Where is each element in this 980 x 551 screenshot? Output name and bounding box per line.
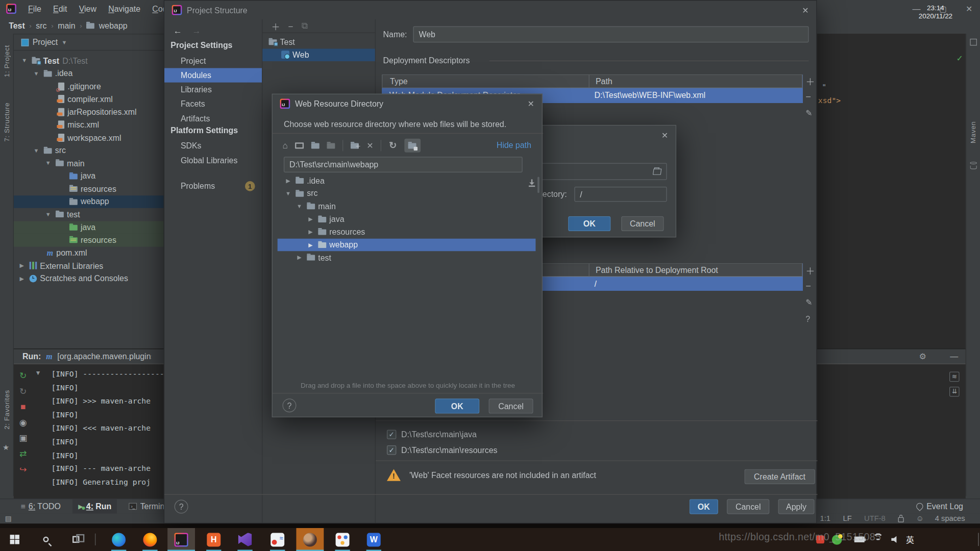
- remove-icon[interactable]: −: [288, 21, 293, 31]
- lock-icon[interactable]: [898, 517, 903, 522]
- close-icon[interactable]: ✕: [662, 130, 668, 139]
- sidebar-item-problems[interactable]: Problems 1: [164, 179, 262, 193]
- bookmark-icon[interactable]: [970, 39, 976, 45]
- chevron-right-icon[interactable]: ▶: [284, 178, 292, 184]
- help-button[interactable]: ?: [175, 500, 188, 514]
- chevron-down-icon[interactable]: ▼: [32, 70, 40, 77]
- help-icon[interactable]: ?: [805, 314, 810, 323]
- chevron-down-icon[interactable]: ▼: [20, 58, 29, 64]
- ok-button[interactable]: OK: [690, 499, 718, 514]
- chevron-down-icon[interactable]: ▼: [284, 190, 292, 196]
- import-icon[interactable]: ⇄: [19, 448, 27, 459]
- rerun-icon[interactable]: ↻: [19, 370, 27, 381]
- tree-item-root[interactable]: ▼ Test D:\Test: [14, 55, 164, 67]
- run-configuration-title[interactable]: [org.apache.maven.plugins:m: [57, 352, 151, 361]
- chooser-titlebar[interactable]: Web Resource Directory ✕: [273, 94, 542, 113]
- inspection-ok-icon[interactable]: ✓: [956, 54, 963, 63]
- breadcrumb-webapp[interactable]: webapp: [99, 21, 128, 30]
- chevron-down-icon[interactable]: ▼: [295, 203, 304, 209]
- ok-button[interactable]: OK: [435, 398, 479, 413]
- taskbar-visual-studio[interactable]: [233, 528, 258, 551]
- task-view-button[interactable]: [64, 528, 88, 551]
- close-icon[interactable]: ✕: [528, 99, 534, 108]
- filter-icon[interactable]: ◉: [19, 417, 27, 428]
- apply-button[interactable]: Apply: [778, 499, 814, 514]
- sidebar-item-global-libraries[interactable]: Global Libraries: [164, 153, 262, 167]
- project-folder-icon[interactable]: [311, 143, 320, 148]
- dd-col-type[interactable]: Type: [382, 77, 589, 86]
- hector-icon[interactable]: ☺: [916, 514, 924, 523]
- chevron-right-icon[interactable]: ▶: [17, 276, 26, 282]
- cancel-button[interactable]: Cancel: [727, 499, 769, 514]
- line-separator[interactable]: LF: [843, 514, 851, 523]
- tree-item-webapp-selected[interactable]: ▶ webapp: [278, 238, 536, 251]
- sidebar-item-libraries[interactable]: Libraries: [164, 83, 262, 97]
- dd-col-path[interactable]: Path: [589, 74, 612, 88]
- indent-setting[interactable]: 4 spaces: [935, 514, 965, 523]
- tree-item-pom[interactable]: m pom.xml: [14, 246, 164, 259]
- tool-stripe-favorites[interactable]: 2: Favorites: [3, 390, 11, 431]
- close-icon[interactable]: ✕: [802, 5, 808, 14]
- edit-pencil-icon[interactable]: ✎: [805, 108, 812, 117]
- cancel-button[interactable]: Cancel: [489, 398, 533, 413]
- relative-path-input[interactable]: /: [574, 187, 667, 202]
- add-icon[interactable]: ＋: [805, 74, 815, 88]
- tree-item-webapp[interactable]: webapp: [14, 195, 164, 208]
- toolwindow-toggle-icon[interactable]: ▤: [5, 514, 12, 522]
- show-hidden-toggle[interactable]: [404, 139, 421, 153]
- edit-pencil-icon[interactable]: ✎: [805, 297, 812, 307]
- snapshot-icon[interactable]: ▣: [19, 433, 27, 443]
- checkbox-checked[interactable]: ✓: [387, 430, 396, 439]
- taskbar-app-active[interactable]: [296, 528, 324, 551]
- database-icon[interactable]: [970, 162, 976, 164]
- file-encoding[interactable]: UTF-8: [864, 514, 886, 523]
- show-desktop-button[interactable]: [978, 533, 978, 546]
- search-button[interactable]: [34, 528, 58, 551]
- chevron-right-icon[interactable]: ▶: [306, 242, 315, 248]
- copy-icon[interactable]: ⧉: [301, 20, 307, 31]
- menu-edit[interactable]: Edit: [53, 4, 67, 13]
- source-root-row[interactable]: ✓ D:\Test\src\main\java: [387, 430, 477, 439]
- tool-stripe-project[interactable]: 1: Project: [3, 45, 11, 79]
- browse-folder-icon[interactable]: [653, 168, 662, 174]
- desktop-icon[interactable]: [296, 142, 304, 148]
- chevron-right-icon[interactable]: ▶: [295, 255, 304, 261]
- tree-item-main[interactable]: ▼ main: [278, 200, 536, 213]
- checkbox-checked[interactable]: ✓: [387, 445, 396, 455]
- chevron-down-icon[interactable]: ▼: [32, 147, 40, 154]
- caret-position[interactable]: 1:1: [820, 514, 830, 523]
- tree-item-idea[interactable]: ▼ .idea: [14, 67, 164, 80]
- taskbar-edge[interactable]: [106, 528, 131, 551]
- scroll-to-end-icon[interactable]: ⇊: [949, 387, 960, 397]
- hide-path-link[interactable]: Hide path: [497, 141, 531, 150]
- forward-arrow-icon[interactable]: →: [192, 26, 201, 36]
- project-structure-titlebar[interactable]: Project Structure ✕: [164, 1, 816, 19]
- tree-item-main-resources[interactable]: resources: [14, 183, 164, 195]
- close-button[interactable]: ✕: [966, 4, 972, 13]
- add-icon[interactable]: ＋: [805, 264, 815, 277]
- tree-item-jarrepositories[interactable]: jarRepositories.xml: [14, 106, 164, 118]
- tree-item-workspace[interactable]: workspace.xml: [14, 131, 164, 144]
- tree-item-external-libraries[interactable]: ▶ External Libraries: [14, 259, 164, 272]
- tree-item-scratches[interactable]: ▶ Scratches and Consoles: [14, 272, 164, 285]
- settings-gear-icon[interactable]: ⚙: [919, 352, 926, 361]
- tab-run[interactable]: ▶ 4: Run: [72, 499, 117, 514]
- tab-todo[interactable]: ≡ 6: TODO: [15, 499, 66, 514]
- event-log-button[interactable]: Event Log: [911, 499, 969, 514]
- breadcrumb-project[interactable]: Test: [9, 21, 25, 30]
- stop-icon[interactable]: ■: [20, 402, 26, 412]
- tray-volume[interactable]: [888, 528, 902, 551]
- path-input[interactable]: D:\Test\src\main\webapp: [284, 157, 523, 172]
- hide-panel-icon[interactable]: —: [950, 352, 958, 361]
- refresh-icon[interactable]: ↻: [389, 140, 397, 151]
- tool-stripe-structure[interactable]: 7: Structure: [3, 103, 11, 144]
- sidebar-item-sdks[interactable]: SDKs: [164, 139, 262, 153]
- taskbar-app-circles[interactable]: [330, 528, 355, 551]
- ok-button[interactable]: OK: [568, 216, 610, 231]
- fold-arrow-icon[interactable]: ▼: [35, 369, 41, 376]
- taskbar-wps[interactable]: W: [361, 528, 386, 551]
- remove-icon[interactable]: −: [805, 281, 811, 291]
- menu-navigate[interactable]: Navigate: [108, 4, 140, 13]
- taskbar-app-red-blue[interactable]: ≈: [265, 528, 290, 551]
- tree-item-compiler[interactable]: compiler.xml: [14, 93, 164, 106]
